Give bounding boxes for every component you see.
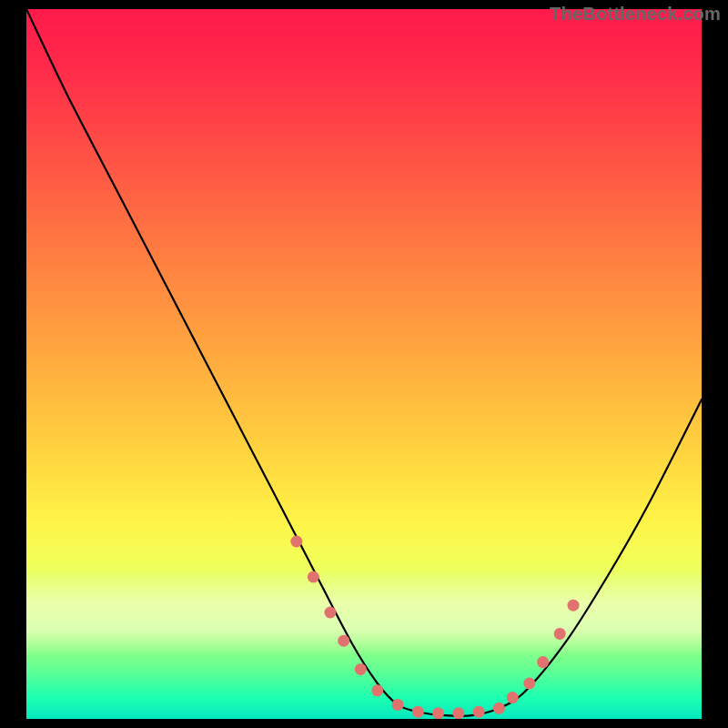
- marker-dot: [290, 536, 302, 548]
- chart-stage: TheBottleneck.com: [0, 0, 728, 728]
- marker-dot: [371, 684, 383, 696]
- marker-dot: [568, 600, 580, 612]
- marker-group: [290, 536, 579, 720]
- bottleneck-curve: [26, 9, 702, 716]
- marker-dot: [355, 663, 367, 675]
- marker-dot: [432, 707, 444, 719]
- marker-dot: [554, 628, 566, 640]
- marker-dot: [473, 706, 485, 718]
- marker-dot: [493, 703, 505, 714]
- marker-dot: [324, 607, 336, 619]
- marker-dot: [412, 706, 424, 718]
- plot-area: [26, 9, 702, 719]
- marker-dot: [537, 656, 549, 668]
- marker-dot: [507, 692, 519, 703]
- marker-dot: [523, 678, 535, 690]
- marker-dot: [338, 635, 349, 647]
- highlight-band: [26, 569, 702, 655]
- curve-layer: [26, 9, 702, 719]
- marker-dot: [452, 707, 464, 719]
- marker-dot: [308, 571, 319, 583]
- marker-dot: [392, 699, 404, 711]
